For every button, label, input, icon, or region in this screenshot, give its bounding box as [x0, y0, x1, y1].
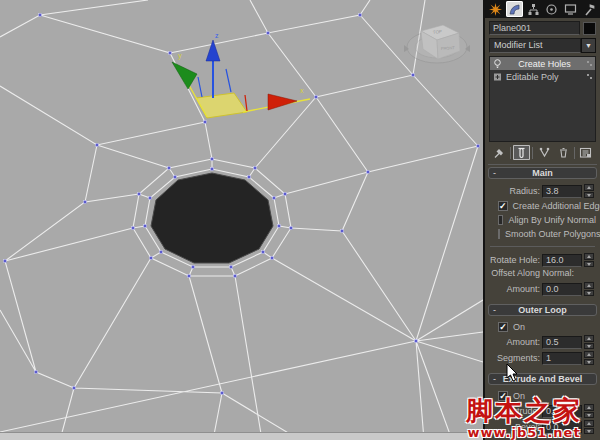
- rotate-hole-field[interactable]: 16.0: [542, 254, 582, 267]
- make-unique-icon[interactable]: [536, 145, 553, 160]
- display-icon: [564, 3, 577, 16]
- amount-label: Amount:: [506, 284, 540, 294]
- gizmo-x-arrow: [268, 94, 297, 110]
- radius-field[interactable]: 3.8: [542, 185, 582, 198]
- checkbox-label: Align By Unify Normal: [508, 215, 596, 225]
- remove-modifier-icon[interactable]: [555, 145, 572, 160]
- outer-loop-segments-spinner[interactable]: [584, 351, 594, 365]
- gizmo-xy-plane-handle: [196, 93, 247, 118]
- object-name-field[interactable]: Plane001: [489, 21, 580, 35]
- rollout-title: Extrude And Bevel: [493, 374, 592, 384]
- gizmo-y-label: y: [178, 52, 182, 60]
- tab-display[interactable]: [562, 1, 580, 17]
- app-window: TOP FRONT z y x: [0, 0, 600, 440]
- create-additional-edges-checkbox[interactable]: ✓: [498, 201, 508, 211]
- offset-amount-row: Amount: 0.0: [489, 281, 596, 297]
- rollout-title: Outer Loop: [493, 305, 592, 315]
- extrude-field[interactable]: 0.0: [542, 405, 582, 418]
- extrude-bevel-on-row: ✓ On: [489, 389, 596, 403]
- gizmo-z-label: z: [215, 32, 219, 39]
- viewcube-front-label[interactable]: FRONT: [441, 45, 456, 51]
- rollout-outer-loop-header[interactable]: - Outer Loop: [488, 304, 597, 316]
- rollout-main-header[interactable]: - Main: [488, 167, 597, 179]
- gizmo-y-arrow: [172, 62, 197, 89]
- hole-polygon[interactable]: [151, 173, 273, 263]
- tab-hierarchy[interactable]: [524, 1, 542, 17]
- stack-item-create-holes[interactable]: Create Holes: [490, 57, 595, 70]
- create-additional-edges-row: ✓ Create Additional Edges: [489, 199, 596, 213]
- checkbox-label: Smooth Outer Polygons: [505, 229, 600, 239]
- poly-object-icon: [493, 72, 502, 82]
- outer-loop-on-row: ✓ On: [489, 320, 596, 334]
- move-gizmo[interactable]: z y x: [172, 32, 310, 118]
- bevel-label: Bevel:: [515, 422, 540, 432]
- command-panel-tabs: [485, 0, 600, 18]
- stack-item-editable-poly[interactable]: Editable Poly: [490, 70, 595, 83]
- smooth-outer-polygons-row: Smooth Outer Polygons: [489, 227, 596, 241]
- rollout-main: - Main Radius: 3.8 ✓ Create Additional E…: [488, 167, 597, 300]
- checkbox-label: Create Additional Edges: [513, 201, 600, 211]
- extrude-bevel-on-checkbox[interactable]: ✓: [498, 391, 508, 401]
- gizmo-x-label: x: [300, 87, 304, 94]
- modifier-stack: Create Holes Editable Poly: [489, 56, 596, 142]
- object-color-swatch[interactable]: [583, 22, 596, 35]
- outer-loop-on-checkbox[interactable]: ✓: [498, 322, 508, 332]
- configure-modifier-sets-icon[interactable]: [577, 145, 594, 160]
- align-by-unify-normal-checkbox[interactable]: [498, 215, 503, 225]
- stack-state-icon: [587, 74, 592, 79]
- rollout-extrude-and-bevel-header[interactable]: - Extrude And Bevel: [488, 373, 597, 385]
- viewport-bottom-edge: [0, 432, 483, 440]
- stack-item-label: Editable Poly: [506, 72, 583, 82]
- offset-amount-spinner[interactable]: [584, 282, 594, 296]
- chevron-down-icon[interactable]: ▼: [581, 38, 596, 53]
- extrude-row: Extrude: 0.0: [489, 403, 596, 419]
- outer-loop-amount-spinner[interactable]: [584, 335, 594, 349]
- show-end-result-icon[interactable]: [513, 145, 530, 160]
- radius-spinner[interactable]: [584, 184, 594, 198]
- stack-toolbar: [485, 143, 600, 162]
- offset-along-normal-label: Offset Along Normal:: [489, 268, 596, 281]
- checkbox-label: On: [513, 391, 525, 401]
- collapse-icon[interactable]: -: [493, 168, 496, 178]
- hierarchy-icon: [527, 3, 540, 16]
- radius-row: Radius: 3.8: [489, 183, 596, 199]
- offset-amount-field[interactable]: 0.0: [542, 283, 582, 296]
- viewport[interactable]: TOP FRONT z y x: [0, 0, 483, 440]
- collapse-icon[interactable]: -: [493, 305, 496, 315]
- tab-motion[interactable]: [543, 1, 561, 17]
- stack-item-label: Create Holes: [506, 59, 583, 69]
- modifier-list-dropdown[interactable]: Modifier List: [489, 38, 581, 53]
- bevel-field[interactable]: 0.0: [542, 421, 582, 434]
- tab-create[interactable]: [487, 1, 505, 17]
- create-starburst-icon: [489, 3, 502, 16]
- rollout-outer-loop: - Outer Loop ✓ On Amount: 0.5 Segments: …: [488, 304, 597, 369]
- outer-loop-amount-row: Amount: 0.5: [489, 334, 596, 350]
- tab-modify[interactable]: [506, 1, 524, 17]
- rollout-title: Main: [493, 168, 592, 178]
- tab-utilities[interactable]: [580, 1, 598, 17]
- divider: [488, 164, 597, 165]
- stack-state-icon: [587, 61, 592, 66]
- smooth-outer-polygons-checkbox[interactable]: [498, 229, 500, 239]
- amount-label: Amount:: [506, 337, 540, 347]
- command-panel: Plane001 Modifier List ▼ Create Holes: [483, 0, 600, 440]
- outer-loop-segments-row: Segments: 1: [489, 350, 596, 366]
- rotate-hole-label: Rotate Hole:: [490, 255, 540, 265]
- outer-loop-amount-field[interactable]: 0.5: [542, 336, 582, 349]
- rotate-hole-spinner[interactable]: [584, 253, 594, 267]
- extrude-spinner[interactable]: [584, 404, 594, 418]
- align-by-unify-normal-row: Align By Unify Normal: [489, 213, 596, 227]
- extrude-label: Extrude:: [506, 406, 540, 416]
- segments-label: Segments:: [497, 353, 540, 363]
- pin-stack-icon[interactable]: [491, 145, 508, 160]
- utilities-hammer-icon: [583, 3, 596, 16]
- checkbox-label: On: [513, 322, 525, 332]
- viewcube[interactable]: TOP FRONT: [404, 25, 470, 63]
- motion-icon: [545, 3, 558, 16]
- modify-icon: [508, 3, 521, 16]
- radius-label: Radius:: [509, 186, 540, 196]
- collapse-icon[interactable]: -: [493, 374, 496, 384]
- bevel-spinner[interactable]: [584, 420, 594, 434]
- outer-loop-segments-field[interactable]: 1: [542, 352, 582, 365]
- rotate-hole-row: Rotate Hole: 16.0: [489, 252, 596, 268]
